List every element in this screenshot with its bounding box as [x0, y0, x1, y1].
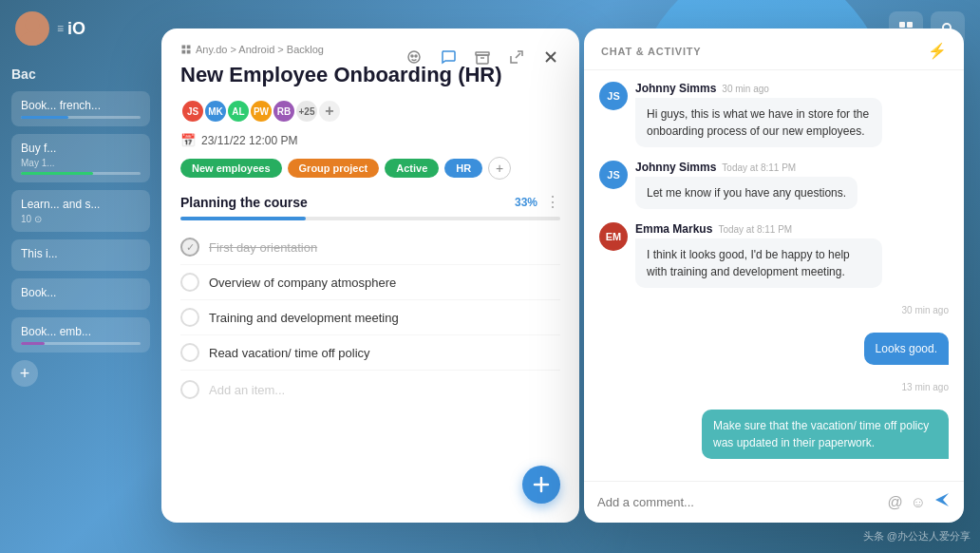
emoji-icon[interactable]: ☺: [911, 494, 926, 511]
user-avatar[interactable]: [15, 11, 49, 46]
send-button[interactable]: [933, 491, 951, 513]
chat-message-3: EM Emma Markus Today at 8:11 PM I think …: [599, 222, 949, 288]
sidebar-item-5-title: Book...: [21, 286, 141, 299]
lightning-icon: ⚡: [928, 42, 947, 60]
checklist-item-4-text: Read vacation/ time off policy: [209, 346, 370, 360]
modal-toolbar: [401, 44, 564, 70]
watermark: 头条 @办公达人爱分享: [863, 529, 971, 543]
avatar-5: RB: [272, 99, 296, 124]
chat-message-3-time: Today at 8:11 PM: [718, 224, 792, 235]
checklist-item-4: Read vacation/ time off policy: [180, 335, 560, 371]
chat-self-message-2-bubble: Make sure that the vacation/ time off po…: [702, 410, 949, 459]
breadcrumb-text: Any.do > Android > Backlog: [196, 44, 324, 55]
svg-rect-9: [187, 46, 191, 49]
tag-group-project[interactable]: Group project: [288, 159, 380, 178]
sidebar-item-2-meta: May 1...: [21, 158, 141, 168]
sidebar-item-1-title: Book... french...: [21, 99, 141, 112]
chat-message-3-bubble: I think it looks good, I'd be happy to h…: [635, 238, 882, 288]
avatar-2: MK: [203, 99, 228, 124]
app-logo: ≡ iO: [57, 19, 85, 39]
modal-fab-button[interactable]: [522, 466, 560, 504]
chat-comment-input[interactable]: [597, 495, 879, 509]
sidebar-item-5[interactable]: Book...: [11, 278, 150, 310]
chat-message-1: JS Johnny Simms 30 min ago Hi guys, this…: [599, 82, 949, 147]
svg-point-14: [415, 55, 417, 57]
expand-icon-button[interactable]: [503, 44, 530, 70]
modal-header: Any.do > Android > Backlog New Employee …: [161, 29, 579, 193]
avatar-1: JS: [180, 99, 205, 124]
chat-message-1-sender: Johnny Simms: [635, 82, 716, 95]
checklist-item-4-checkbox[interactable]: [180, 343, 199, 362]
add-assignee-button[interactable]: +: [317, 99, 342, 124]
avatar-4: PW: [249, 99, 273, 124]
sidebar-item-3[interactable]: Learn... and s... 10 ⊙: [11, 190, 150, 232]
task-modal: Any.do > Android > Backlog New Employee …: [161, 29, 579, 523]
time-divider-1: 30 min ago: [599, 305, 949, 315]
chat-avatar-2: JS: [599, 161, 628, 189]
calendar-icon: 📅: [180, 133, 196, 147]
chat-avatar-1: JS: [599, 82, 628, 110]
sidebar-item-3-title: Learn... and s...: [21, 198, 141, 211]
checklist-item-3-checkbox[interactable]: [180, 308, 199, 327]
svg-point-1: [20, 31, 45, 46]
top-bar-left: ≡ iO: [15, 11, 85, 46]
chat-message-2: JS Johnny Simms Today at 8:11 PM Let me …: [599, 161, 949, 209]
chat-message-2-sender: Johnny Simms: [635, 161, 716, 174]
sidebar-item-2-title: Buy f...: [21, 142, 141, 155]
sidebar-item-6-title: Book... emb...: [21, 325, 141, 338]
chat-message-1-time: 30 min ago: [722, 84, 768, 94]
add-checklist-item-row: Add an item...: [180, 371, 560, 409]
svg-rect-8: [182, 46, 186, 49]
tag-active[interactable]: Active: [385, 159, 439, 178]
chat-panel-title: CHAT & ACTIVITY: [601, 46, 702, 57]
tags-row: New employees Group project Active HR +: [180, 157, 560, 180]
svg-point-13: [411, 55, 413, 57]
due-date: 📅 23/11/22 12:00 PM: [180, 133, 560, 147]
svg-point-0: [25, 17, 40, 32]
archive-icon-button[interactable]: [469, 44, 496, 70]
sidebar-item-4[interactable]: This i...: [11, 239, 150, 271]
chat-message-2-bubble: Let me know if you have any questions.: [635, 177, 858, 209]
add-tag-button[interactable]: +: [488, 157, 511, 180]
sidebar: Bac Book... french... Buy f... May 1... …: [0, 67, 161, 387]
checklist-item-2-text: Overview of company atmosphere: [209, 276, 396, 290]
app-name: iO: [67, 19, 85, 39]
svg-rect-3: [907, 22, 913, 28]
chat-avatar-3: EM: [599, 222, 628, 251]
avatar-extra-count: +25: [294, 99, 319, 124]
avatar-3: AL: [226, 99, 251, 124]
checklist-item-2-checkbox[interactable]: [180, 273, 199, 292]
add-item-placeholder[interactable]: Add an item...: [209, 383, 285, 397]
face-icon-button[interactable]: [401, 44, 427, 70]
sidebar-add-button[interactable]: +: [11, 360, 38, 387]
chat-messages: JS Johnny Simms 30 min ago Hi guys, this…: [584, 70, 964, 481]
svg-rect-2: [899, 22, 905, 28]
chat-input-row: @ ☺: [584, 481, 964, 523]
checklist-item-1-checkbox[interactable]: [180, 238, 199, 257]
chat-header: CHAT & ACTIVITY ⚡: [584, 29, 964, 70]
at-icon[interactable]: @: [887, 494, 902, 511]
chat-message-1-meta: Johnny Simms 30 min ago: [635, 82, 882, 95]
checklist-item-3: Training and development meeting: [180, 300, 560, 335]
chat-message-2-meta: Johnny Simms Today at 8:11 PM: [635, 161, 858, 174]
chat-message-2-time: Today at 8:11 PM: [722, 162, 796, 173]
close-icon-button[interactable]: [537, 44, 564, 70]
chat-self-message-1: Looks good.: [599, 333, 949, 365]
chat-icon-button[interactable]: [435, 44, 462, 70]
tag-new-employees[interactable]: New employees: [180, 159, 282, 178]
sidebar-item-1[interactable]: Book... french...: [11, 91, 150, 126]
assignee-avatars: JS MK AL PW RB +25 +: [180, 99, 560, 124]
sidebar-item-3-meta: 10 ⊙: [21, 214, 141, 224]
chat-panel: CHAT & ACTIVITY ⚡ JS Johnny Simms 30 min…: [584, 29, 964, 523]
sidebar-item-6[interactable]: Book... emb...: [11, 317, 150, 353]
chat-self-message-1-content: Looks good.: [864, 333, 949, 365]
sidebar-item-2[interactable]: Buy f... May 1...: [11, 134, 150, 182]
checklist-item-1-text: First day orientation: [209, 240, 317, 255]
checklist-more-button[interactable]: ⋮: [545, 193, 560, 211]
checklist-items: First day orientation Overview of compan…: [161, 230, 579, 523]
tag-hr[interactable]: HR: [444, 159, 482, 178]
checklist-item-2: Overview of company atmosphere: [180, 265, 560, 300]
svg-rect-10: [182, 50, 186, 54]
chat-message-2-content: Johnny Simms Today at 8:11 PM Let me kno…: [635, 161, 858, 209]
sidebar-item-4-title: This i...: [21, 247, 141, 260]
